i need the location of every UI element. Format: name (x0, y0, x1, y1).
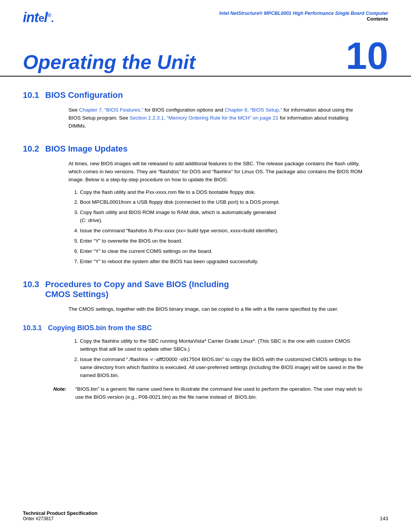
note-block: Note: “BIOS.bin” is a generic file name … (53, 385, 365, 401)
section-10-3-heading: 10.3 Procedures to Copy and Save BIOS (I… (23, 280, 388, 299)
intel-logo: intel®. (23, 11, 54, 24)
step-item: Issue the command “./flashlnx -r -afff20… (80, 356, 365, 380)
section-10-3-label: Procedures to Copy and Save BIOS (Includ… (45, 280, 229, 299)
step-item: Copy the flashlnx utility to the SBC run… (80, 337, 365, 353)
step-item: Copy the flash utility and the Pxx-xxxx.… (80, 189, 365, 197)
header: intel®. Intel NetStructure® MPCBL0001 Hi… (0, 0, 411, 28)
section-10-1-num: 10.1 (23, 90, 39, 100)
footer-left: Technical Product Specification Order #2… (23, 510, 97, 521)
logo-text: intel (23, 10, 48, 25)
section-10-3-1-heading: 10.3.1 Copying BIOS.bin from the SBC (23, 324, 388, 332)
link-section-2231[interactable]: Section 2.2.3.1, “Memory Ordering Rule f… (130, 115, 279, 121)
section-10-1-label: BIOS Configuration (45, 90, 123, 100)
section-10-2-label: BIOS Image Updates (45, 144, 127, 154)
main-content: 10.1 BIOS Configuration See Chapter 7, “… (0, 90, 411, 401)
section-10-3-1-steps: Copy the flashlnx utility to the SBC run… (80, 337, 365, 380)
footer: Technical Product Specification Order #2… (23, 510, 388, 521)
step-item: Enter “Y” to clear the current COMS sett… (80, 248, 365, 256)
link-chapter7[interactable]: Chapter 7, “BIOS Features,” (79, 107, 143, 113)
link-chapter8[interactable]: Chapter 8, “BIOS Setup,” (225, 107, 282, 113)
chapter-title-area: Operating the Unit 10 (0, 28, 411, 77)
section-10-2-num: 10.2 (23, 144, 39, 154)
step-item: Boot MPCBL0001from a USB floppy disk (co… (80, 198, 365, 206)
section-10-1-heading: 10.1 BIOS Configuration (23, 90, 388, 100)
footer-page-number: 143 (380, 516, 388, 521)
step-item: Copy flash utility and BIOS ROM image to… (80, 209, 365, 225)
section-10-3-body: The CMOS settings, together with the BIO… (68, 305, 365, 313)
section-10-2-heading: 10.2 BIOS Image Updates (23, 144, 388, 154)
footer-spec-label: Technical Product Specification (23, 510, 97, 516)
section-10-3-1-label: Copying BIOS.bin from the SBC (48, 324, 152, 332)
chapter-number: 10 (346, 40, 388, 72)
section-10-3-num: 10.3 (23, 280, 39, 289)
note-label: Note: (53, 385, 72, 401)
step-item: Enter “Y” to overwrite the BIOS on the b… (80, 237, 365, 245)
step-item: Issue the command “flashdos /b Pxx-xxxx … (80, 227, 365, 235)
header-info: Intel NetStructure® MPCBL0001 High Perfo… (219, 11, 388, 22)
section-10-2-body: At times, new BIOS images will be releas… (68, 160, 365, 184)
note-text: “BIOS.bin” is a generic file name used h… (75, 385, 365, 401)
contents-label: Contents (219, 16, 388, 22)
chapter-title: Operating the Unit (23, 52, 196, 72)
doc-title: Intel NetStructure® MPCBL0001 High Perfo… (219, 11, 388, 16)
step-item: Enter “Y” to reboot the system after the… (80, 258, 365, 266)
section-10-3-1-num: 10.3.1 (23, 324, 42, 332)
section-10-2-steps: Copy the flash utility and the Pxx-xxxx.… (80, 189, 365, 266)
page: intel®. Intel NetStructure® MPCBL0001 Hi… (0, 0, 411, 532)
footer-order: Order #273817 (23, 516, 97, 521)
section-10-1-body: See Chapter 7, “BIOS Features,” for BIOS… (68, 106, 365, 130)
